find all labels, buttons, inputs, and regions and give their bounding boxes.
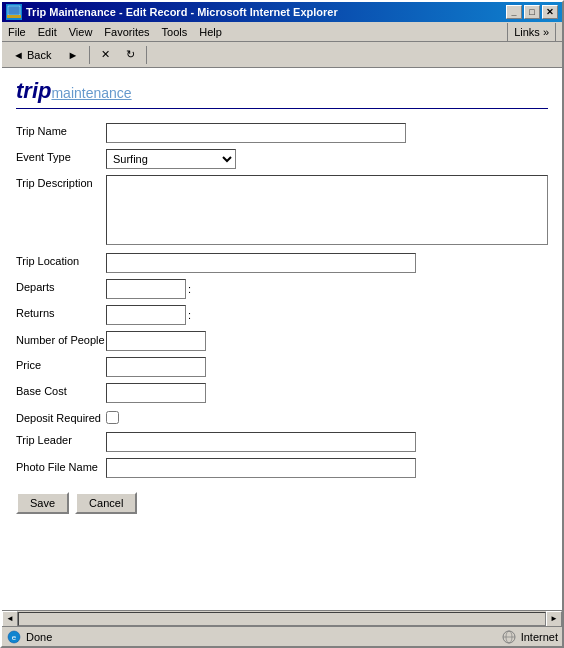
deposit-required-row: Deposit Required <box>16 409 548 426</box>
toolbar: ◄ Back ► ✕ ↻ <box>2 42 562 68</box>
svg-text:e: e <box>12 633 17 642</box>
scroll-track-h[interactable] <box>18 612 546 626</box>
trip-description-input[interactable] <box>106 175 548 245</box>
scroll-right-button[interactable]: ► <box>546 611 562 627</box>
menu-separator <box>507 23 508 41</box>
trip-leader-input[interactable] <box>106 432 416 452</box>
trip-description-label: Trip Description <box>16 175 106 189</box>
brand-sub: maintenance <box>51 85 131 101</box>
trip-name-field <box>106 123 548 143</box>
trip-leader-field <box>106 432 548 452</box>
brand-main: trip <box>16 78 51 103</box>
title-controls: _ □ ✕ <box>506 5 558 19</box>
content-area: tripmaintenance Trip Name Event Type Sur… <box>2 68 562 610</box>
price-row: Price <box>16 357 548 377</box>
status-bar: e Done Internet <box>2 626 562 646</box>
cancel-button[interactable]: Cancel <box>75 492 137 514</box>
price-field <box>106 357 548 377</box>
title-bar-left: Trip Maintenance - Edit Record - Microso… <box>6 4 338 20</box>
app-icon <box>6 4 22 20</box>
links-separator <box>555 23 556 41</box>
menu-favorites[interactable]: Favorites <box>98 24 155 40</box>
main-window: Trip Maintenance - Edit Record - Microso… <box>0 0 564 648</box>
deposit-required-label: Deposit Required <box>16 409 106 425</box>
button-row: Save Cancel <box>16 492 548 514</box>
deposit-required-field <box>106 409 548 426</box>
trip-leader-row: Trip Leader <box>16 432 548 452</box>
trip-description-field <box>106 175 548 247</box>
returns-input[interactable] <box>106 305 186 325</box>
minimize-button[interactable]: _ <box>506 5 522 19</box>
horizontal-scrollbar: ◄ ► <box>2 610 562 626</box>
number-of-people-row: Number of People <box>16 331 548 351</box>
trip-location-label: Trip Location <box>16 253 106 267</box>
svg-rect-2 <box>7 15 21 18</box>
number-of-people-field <box>106 331 548 351</box>
photo-file-name-row: Photo File Name <box>16 458 548 478</box>
event-type-label: Event Type <box>16 149 106 163</box>
departs-input[interactable] <box>106 279 186 299</box>
base-cost-input[interactable] <box>106 383 206 403</box>
trip-location-input[interactable] <box>106 253 416 273</box>
page-header: tripmaintenance <box>16 78 548 109</box>
departs-date-wrapper: : <box>106 279 548 299</box>
deposit-required-checkbox[interactable] <box>106 411 119 424</box>
trip-location-field <box>106 253 548 273</box>
departs-row: Departs : <box>16 279 548 299</box>
photo-file-name-label: Photo File Name <box>16 458 106 474</box>
departs-field: : <box>106 279 548 299</box>
trip-name-row: Trip Name <box>16 123 548 143</box>
trip-location-row: Trip Location <box>16 253 548 273</box>
photo-file-name-input[interactable] <box>106 458 416 478</box>
returns-colon: : <box>188 309 191 321</box>
price-label: Price <box>16 357 106 371</box>
returns-label: Returns <box>16 305 106 319</box>
links-label[interactable]: Links » <box>514 26 549 38</box>
trip-description-row: Trip Description <box>16 175 548 247</box>
photo-file-name-field <box>106 458 548 478</box>
menu-bar: File Edit View Favorites Tools Help Link… <box>2 22 562 42</box>
returns-field: : <box>106 305 548 325</box>
event-type-field: Surfing Hiking Skiing Diving Cycling <box>106 149 548 169</box>
save-button[interactable]: Save <box>16 492 69 514</box>
refresh-button[interactable]: ↻ <box>119 45 142 65</box>
departs-colon: : <box>188 283 191 295</box>
menu-view[interactable]: View <box>63 24 99 40</box>
event-type-row: Event Type Surfing Hiking Skiing Diving … <box>16 149 548 169</box>
price-input[interactable] <box>106 357 206 377</box>
close-button[interactable]: ✕ <box>542 5 558 19</box>
toolbar-sep1 <box>89 46 90 64</box>
scroll-left-button[interactable]: ◄ <box>2 611 18 627</box>
status-text: Done <box>26 631 52 643</box>
menu-edit[interactable]: Edit <box>32 24 63 40</box>
base-cost-label: Base Cost <box>16 383 106 397</box>
toolbar-sep2 <box>146 46 147 64</box>
status-icon: e <box>6 629 22 645</box>
form-container: Trip Name Event Type Surfing Hiking Skii… <box>16 123 548 514</box>
base-cost-field <box>106 383 548 403</box>
trip-leader-label: Trip Leader <box>16 432 106 446</box>
status-right: Internet <box>501 629 558 645</box>
back-button[interactable]: ◄ Back <box>6 45 58 65</box>
base-cost-row: Base Cost <box>16 383 548 403</box>
title-bar: Trip Maintenance - Edit Record - Microso… <box>2 2 562 22</box>
departs-label: Departs <box>16 279 106 293</box>
event-type-select[interactable]: Surfing Hiking Skiing Diving Cycling <box>106 149 236 169</box>
status-left: e Done <box>6 629 52 645</box>
menu-file[interactable]: File <box>2 24 32 40</box>
trip-name-label: Trip Name <box>16 123 106 137</box>
window-title: Trip Maintenance - Edit Record - Microso… <box>26 6 338 18</box>
menu-help[interactable]: Help <box>193 24 228 40</box>
zone-text: Internet <box>521 631 558 643</box>
svg-rect-1 <box>9 7 19 14</box>
stop-button[interactable]: ✕ <box>94 45 117 65</box>
number-of-people-label: Number of People <box>16 331 106 347</box>
menu-tools[interactable]: Tools <box>156 24 194 40</box>
forward-button[interactable]: ► <box>60 45 85 65</box>
returns-date-wrapper: : <box>106 305 548 325</box>
maximize-button[interactable]: □ <box>524 5 540 19</box>
brand-logo: tripmaintenance <box>16 78 132 103</box>
internet-icon <box>501 629 517 645</box>
trip-name-input[interactable] <box>106 123 406 143</box>
number-of-people-input[interactable] <box>106 331 206 351</box>
